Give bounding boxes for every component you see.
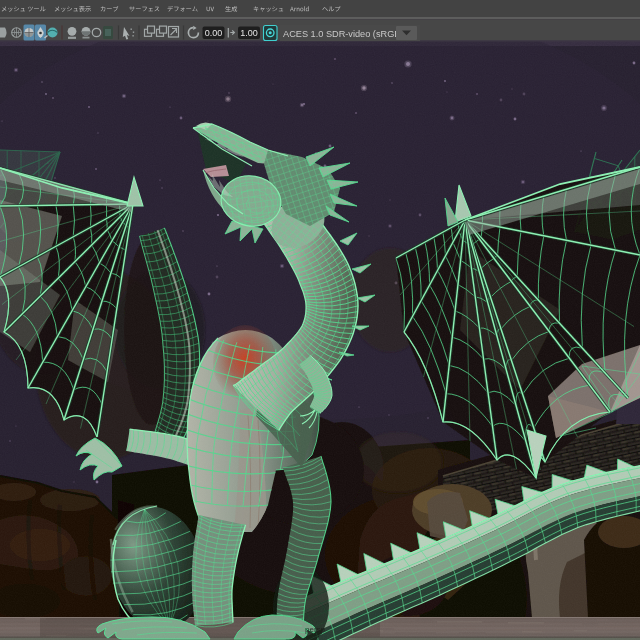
svg-text:1.00: 1.00	[240, 28, 258, 38]
svg-text:0.00: 0.00	[205, 28, 223, 38]
svg-text:ACES 1.0 SDR-video (sRGB): ACES 1.0 SDR-video (sRGB)	[283, 29, 404, 39]
svg-text:persp: persp	[305, 625, 326, 634]
